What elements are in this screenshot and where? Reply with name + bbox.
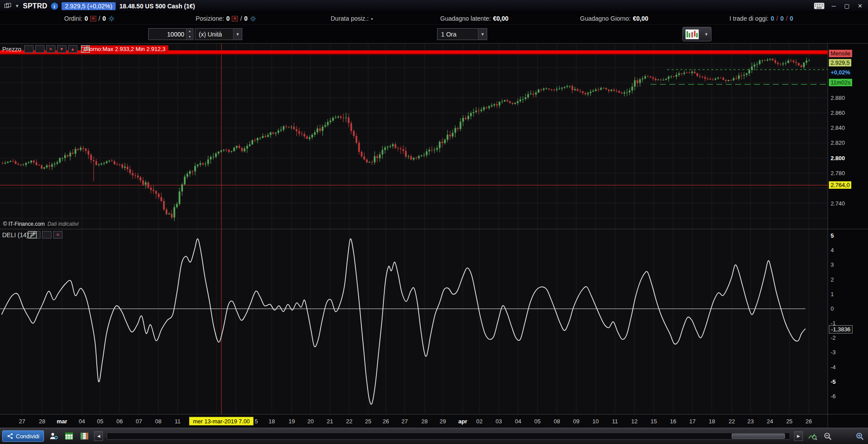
time-axis-label: 08 bbox=[155, 418, 161, 425]
time-ticks: mer 13-mar-2019 7.00 2728mar040506070811… bbox=[0, 415, 828, 428]
share-icon bbox=[7, 433, 13, 439]
portfolio-list-button[interactable] bbox=[79, 430, 90, 442]
time-axis-label: 08 bbox=[554, 418, 560, 425]
quantity-increment-button[interactable]: ▲ bbox=[186, 29, 193, 34]
price-plot[interactable]: Prezzo ✕ ▼ ▲ Giorno:Max 2.933,2 Min 2.91… bbox=[0, 44, 828, 229]
deli-panel-header: DELI (14) ✕ bbox=[2, 231, 62, 239]
position-value: 0 bbox=[226, 15, 230, 22]
day-gain-label: Guadagno Giorno: bbox=[580, 15, 631, 22]
change-chip: +0,02% bbox=[829, 69, 852, 76]
position-group: Posizione: 0 ✕ / 0 bbox=[196, 12, 256, 25]
time-axis-label: 18 bbox=[269, 418, 275, 425]
minimize-button[interactable]: ─ bbox=[829, 3, 838, 9]
time-axis-label: 26 bbox=[806, 418, 812, 425]
time-axis-label: 29 bbox=[440, 418, 446, 425]
day-gain-value: €0,00 bbox=[633, 15, 648, 22]
deli-axis-label: -6 bbox=[831, 393, 836, 400]
countdown-chip: 11m02s bbox=[829, 79, 852, 86]
time-axis-label: 25 bbox=[786, 418, 792, 425]
keyboard-icon[interactable] bbox=[813, 2, 825, 11]
price-axis-label: 2.880 bbox=[831, 95, 845, 101]
scrollbar-thumb[interactable] bbox=[732, 433, 785, 439]
unit-select-caret-icon[interactable]: ▼ bbox=[233, 29, 242, 40]
latent-gain-label: Guadagno latente: bbox=[440, 15, 491, 22]
quantity-decrement-button[interactable]: ▼ bbox=[186, 34, 193, 40]
chart-style-caret-icon[interactable]: ▼ bbox=[704, 32, 708, 37]
close-button[interactable]: ✕ bbox=[856, 3, 864, 9]
zoom-settings-button[interactable] bbox=[807, 430, 818, 442]
deli-value-chip: -1,3836 bbox=[829, 325, 853, 334]
deli-window-button[interactable] bbox=[42, 231, 51, 239]
close-position-icon[interactable]: ✕ bbox=[232, 16, 238, 22]
scrollbar-track[interactable] bbox=[107, 433, 790, 440]
duration-group: Durata posiz.: - bbox=[331, 12, 373, 25]
timeframe-select[interactable]: 1 Ora ▼ bbox=[437, 28, 487, 40]
deli-chart[interactable] bbox=[0, 229, 828, 414]
time-axis-label: 02 bbox=[476, 418, 482, 425]
orders-value2: 0 bbox=[102, 15, 106, 22]
share-button[interactable]: Condividi bbox=[2, 430, 44, 442]
user-settings-button[interactable] bbox=[48, 430, 59, 442]
scroll-right-button[interactable]: ▶ bbox=[794, 431, 803, 441]
deli-axis[interactable]: -1,3836 543210-1-2-3-4-5-6 bbox=[828, 229, 868, 414]
price-axis[interactable]: Mensile 2.929,5 +0,02% 11m02s 2.764,0 2.… bbox=[828, 44, 868, 229]
deli-plot[interactable]: DELI (14) ✕ bbox=[0, 229, 828, 414]
price-axis-label: 2.820 bbox=[831, 139, 845, 146]
quantity-arrows: ▲ ▼ bbox=[186, 29, 193, 40]
duration-label: Durata posiz.: bbox=[331, 15, 368, 22]
quantity-input[interactable] bbox=[149, 31, 186, 38]
trades-value-2: 0 bbox=[780, 15, 784, 22]
indicator-panel: DELI (14) ✕ -1,3836 543210-1-2-3-4-5-6 bbox=[0, 229, 868, 415]
scroll-left-button[interactable]: ◀ bbox=[94, 431, 103, 441]
time-axis-label: 25 bbox=[365, 418, 371, 425]
maximize-button[interactable]: ▢ bbox=[842, 3, 851, 9]
position-separator: / bbox=[240, 15, 242, 22]
time-axis-label: 09 bbox=[573, 418, 579, 425]
window-menu-caret-icon[interactable]: ▼ bbox=[15, 4, 19, 8]
orders-label: Ordini: bbox=[64, 15, 82, 22]
price-axis-label: 2.800 bbox=[831, 155, 845, 161]
chart-style-button[interactable]: ▼ bbox=[682, 27, 711, 41]
deli-axis-label: 2 bbox=[831, 276, 834, 283]
latent-gain-group: Guadagno latente: €0,00 bbox=[440, 12, 508, 25]
price-axis-label: 2.840 bbox=[831, 125, 845, 131]
chart-controls-toolbar: ▲ ▼ (x) Unità ▼ 1 Ora ▼ ▼ bbox=[0, 25, 868, 44]
table-columns-icon bbox=[80, 433, 88, 440]
position-settings-icon[interactable] bbox=[250, 15, 256, 22]
deli-axis-label: -2 bbox=[831, 334, 836, 341]
time-axis-label: 22 bbox=[346, 418, 352, 425]
bottom-toolbar: Condividi ◀ ▶ bbox=[0, 428, 868, 444]
price-chart[interactable] bbox=[0, 44, 828, 229]
cancel-orders-icon[interactable]: ✕ bbox=[90, 16, 96, 22]
orders-settings-icon[interactable] bbox=[108, 15, 115, 22]
price-badge: 2.929,5 (+0,02%) bbox=[62, 2, 116, 10]
deli-axis-label: 5 bbox=[831, 232, 834, 239]
price-panel-header: Prezzo ✕ ▼ ▲ Giorno:Max 2.933,2 Min 2.91… bbox=[2, 45, 168, 53]
time-axis-label: 06 bbox=[117, 418, 123, 425]
chart-magnifier-icon bbox=[808, 432, 817, 440]
price-window-button[interactable] bbox=[35, 45, 44, 53]
copyright: © IT-Finance.comDati indicativi bbox=[3, 221, 79, 227]
table-icon bbox=[65, 433, 73, 440]
time-axis-label: 10 bbox=[592, 418, 598, 425]
orders-value: 0 bbox=[84, 15, 88, 22]
price-panel: Prezzo ✕ ▼ ▲ Giorno:Max 2.933,2 Min 2.91… bbox=[0, 44, 868, 229]
titlebar: ▼ SPTRD i 2.929,5 (+0,02%) 18.48.50 US 5… bbox=[0, 0, 868, 12]
time-axis-label: 27 bbox=[401, 418, 408, 425]
quantity-stepper[interactable]: ▲ ▼ bbox=[148, 28, 193, 40]
chart-style-icon bbox=[686, 29, 699, 39]
timeframe-select-caret-icon[interactable]: ▼ bbox=[478, 29, 487, 40]
zoom-in-button[interactable] bbox=[854, 430, 866, 442]
info-icon[interactable]: i bbox=[51, 3, 58, 10]
trading-info-toolbar: Ordini: 0 ✕ / 0 Posizione: 0 ✕ / 0 Durat… bbox=[0, 12, 868, 25]
orders-list-button[interactable] bbox=[63, 430, 75, 442]
unit-select[interactable]: (x) Unità ▼ bbox=[195, 28, 242, 40]
window-icon bbox=[2, 231, 62, 239]
alert-level-chip: 2.764,0 bbox=[829, 181, 851, 189]
window-menu-icon[interactable] bbox=[4, 2, 11, 10]
position-value2: 0 bbox=[244, 15, 248, 22]
cascade-windows-icon bbox=[4, 3, 11, 9]
trades-value-1: 0 bbox=[771, 15, 774, 22]
zoom-out-button[interactable] bbox=[822, 430, 834, 442]
time-axis[interactable]: mer 13-mar-2019 7.00 2728mar040506070811… bbox=[0, 415, 868, 428]
